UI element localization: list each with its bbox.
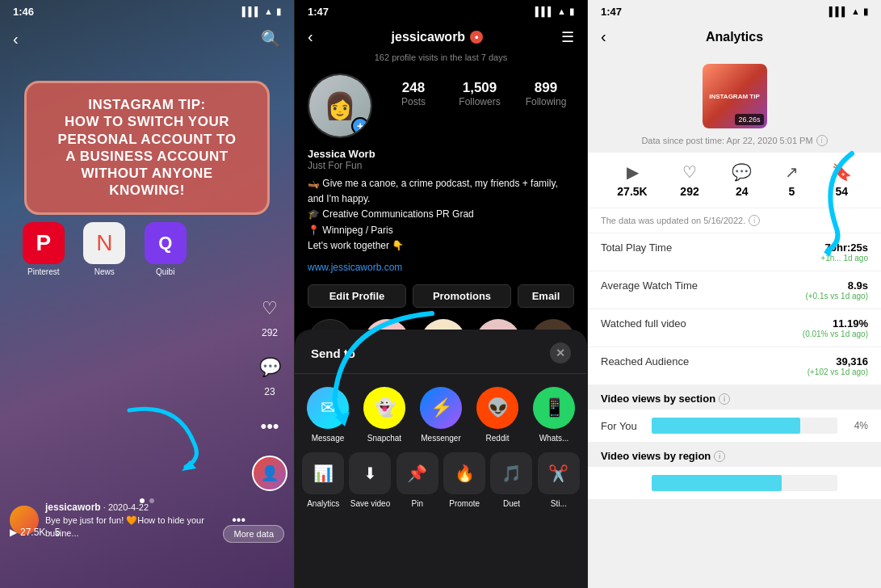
email-button[interactable]: Email <box>518 284 574 308</box>
save-video-action[interactable]: ⬇ Save video <box>348 452 392 508</box>
play-icon: ▶ <box>10 527 17 538</box>
pin-action[interactable]: 📌 Pin <box>396 452 439 508</box>
reddit-share[interactable]: 👽 Reddit <box>471 387 524 443</box>
watched-full-label: Watched full video <box>601 317 803 330</box>
comment-metric: 💬 24 <box>732 162 752 198</box>
stitch-action[interactable]: ✂️ Sti... <box>537 452 581 508</box>
save-video-icon: ⬇ <box>349 452 391 494</box>
region-bar-fill <box>652 475 782 491</box>
messenger-share[interactable]: ⚡ Messenger <box>414 387 468 443</box>
heart-icon: ♡ <box>254 292 286 325</box>
total-play-time-row: Total Play Time 70hr:25s +1h... 1d ago <box>588 233 881 271</box>
battery-icon: ▮ <box>276 6 281 17</box>
verified-badge: ● <box>470 31 483 44</box>
analytics-top-nav: ‹ Analytics <box>588 23 881 51</box>
stitch-icon: ✂️ <box>538 452 580 494</box>
region-chart-row <box>588 467 881 499</box>
bio-line-2: 🎓 Creative Communications PR Grad <box>308 207 574 222</box>
status-bar-2: 1:47 ▌▌▌ ▲ ▮ <box>295 0 587 23</box>
pinterest-icon: P <box>23 222 65 264</box>
promotions-button[interactable]: Promotions <box>413 284 511 308</box>
views-region-info-icon: i <box>714 451 725 462</box>
pin-icon: 📌 <box>396 452 438 494</box>
promote-action[interactable]: 🔥 Promote <box>443 452 486 508</box>
comment-action[interactable]: 💬 23 <box>254 351 286 397</box>
ig-stats: 248 Posts 1,509 Followers 899 Following <box>385 74 574 107</box>
video-duration: 26.26s <box>735 114 763 125</box>
close-sheet-button[interactable]: ✕ <box>550 342 571 363</box>
battery-icon-3: ▮ <box>863 6 868 17</box>
message-icon: ✉ <box>307 387 349 429</box>
reached-audience-value-group: 39,316 (+102 vs 1d ago) <box>808 355 868 376</box>
analytics-content: INSTAGRAM TIP 26.26s Data since post tim… <box>588 51 881 574</box>
analytics-action-icon: 📊 <box>302 452 344 494</box>
message-share[interactable]: ✉ Message <box>301 387 354 443</box>
share-apps-row: ✉ Message 👻 Snapchat ⚡ Messenger 👽 Reddi… <box>295 374 587 449</box>
snapchat-share[interactable]: 👻 Snapchat <box>358 387 411 443</box>
share-action[interactable]: 👤 <box>252 456 287 491</box>
more-action[interactable]: ••• <box>254 410 286 443</box>
pinterest-app: P Pinterest <box>16 222 71 276</box>
status-bar-3: 1:47 ▌▌▌ ▲ ▮ <box>588 0 881 23</box>
ig-menu-icon[interactable]: ☰ <box>561 28 574 46</box>
ig-action-buttons: Edit Profile Promotions Email <box>295 279 587 313</box>
reddit-label: Reddit <box>486 434 510 443</box>
watched-full-value: 11.19% <box>803 317 868 330</box>
snapchat-label: Snapchat <box>367 434 401 443</box>
play-count: ▶ 27.5K · 5 <box>10 527 60 538</box>
reached-audience-label: Reached Audience <box>601 355 808 368</box>
quibi-app: Q Quibi <box>138 222 193 276</box>
video-thumbnail-container: INSTAGRAM TIP 26.26s <box>588 57 881 132</box>
for-you-bar-container <box>652 418 837 434</box>
total-play-time-value-group: 70hr:25s +1h... 1d ago <box>820 242 868 262</box>
followers-count: 1,509 <box>463 80 497 96</box>
caption-text: jessicaworb · 2020-4-22 Bye bye just for… <box>45 501 225 540</box>
ig-top-nav: ‹ jessicaworb ● ☰ <box>295 23 587 51</box>
ig-website[interactable]: www.jessicaworb.com <box>295 260 587 279</box>
wifi-icon-2: ▲ <box>557 6 566 16</box>
watched-full-value-group: 11.19% (0.01% vs 1d ago) <box>803 317 868 338</box>
whatsapp-label: Whats... <box>539 434 569 443</box>
following-stat[interactable]: 899 Following <box>518 80 574 107</box>
total-play-time-value: 70hr:25s <box>820 242 868 254</box>
messenger-label: Messenger <box>421 434 460 443</box>
avg-watch-time-change: (+0.1s vs 1d ago) <box>805 292 868 300</box>
analytics-back-icon[interactable]: ‹ <box>601 27 606 46</box>
more-data-button[interactable]: More data <box>223 525 284 543</box>
battery-icon-2: ▮ <box>569 6 574 17</box>
back-icon[interactable]: ‹ <box>13 30 19 48</box>
avg-watch-time-value-group: 8.9s (+0.1s vs 1d ago) <box>805 279 868 300</box>
send-to-sheet: Send to ✕ ✉ Message 👻 Snapchat ⚡ Messeng… <box>295 330 587 588</box>
video-thumbnail[interactable]: INSTAGRAM TIP 26.26s <box>703 64 767 128</box>
add-story-badge[interactable]: + <box>351 117 369 135</box>
search-icon[interactable]: 🔍 <box>261 29 281 48</box>
like-metric: ♡ 292 <box>680 162 699 198</box>
comment-metric-value: 24 <box>736 185 749 198</box>
message-label: Message <box>312 434 345 443</box>
more-icon: ••• <box>254 410 286 443</box>
profile-visits: 162 profile visits in the last 7 days <box>295 51 587 67</box>
analytics-action[interactable]: 📊 Analytics <box>301 452 345 508</box>
reddit-icon: 👽 <box>476 387 518 429</box>
total-play-time-change: +1h... 1d ago <box>820 254 868 262</box>
followers-stat[interactable]: 1,509 Followers <box>451 80 508 107</box>
ig-profile-section: 👩 + 248 Posts 1,509 Followers 899 Follow… <box>295 67 587 145</box>
ig-back-icon[interactable]: ‹ <box>308 27 313 46</box>
for-you-percent: 4% <box>844 420 868 431</box>
share-metric-icon: ↗ <box>785 162 799 182</box>
wifi-icon-3: ▲ <box>851 6 860 16</box>
duet-action[interactable]: 🎵 Duet <box>489 452 533 508</box>
like-action[interactable]: ♡ 292 <box>254 292 286 338</box>
comment-count: 23 <box>264 386 275 397</box>
edit-profile-button[interactable]: Edit Profile <box>308 284 406 308</box>
video-content: INSTAGRAM TIP: HOW TO SWITCH YOUR PERSON… <box>0 48 294 588</box>
caption-preview: Bye bye just for fun! 🧡How to hide your … <box>45 514 225 540</box>
wifi-icon: ▲ <box>264 6 273 16</box>
views-by-section-title: Video views by section <box>601 393 715 405</box>
status-icons-3: ▌▌▌ ▲ ▮ <box>829 6 868 17</box>
pinterest-label: Pinterest <box>27 267 59 276</box>
following-count: 899 <box>535 80 557 96</box>
views-by-region-header: Video views by region i <box>588 442 881 467</box>
analytics-action-label: Analytics <box>307 499 339 508</box>
whatsapp-share[interactable]: 📱 Whats... <box>527 387 581 443</box>
